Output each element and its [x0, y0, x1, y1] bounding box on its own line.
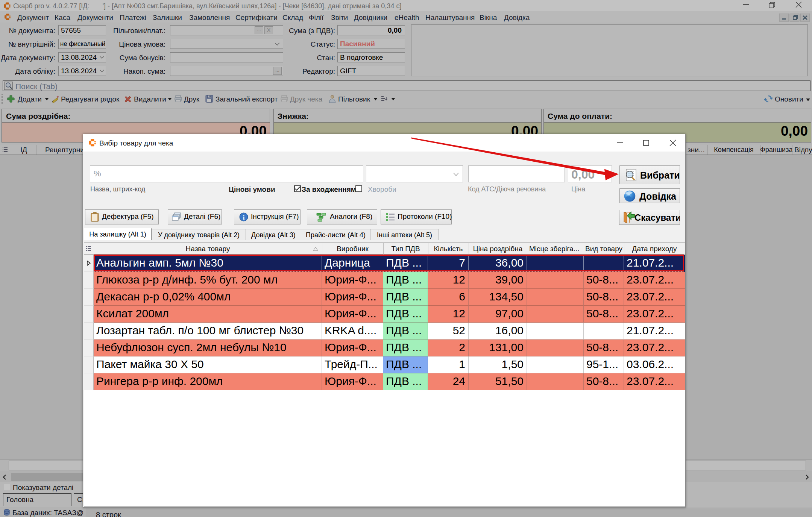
svg-text:i: i	[243, 214, 245, 221]
